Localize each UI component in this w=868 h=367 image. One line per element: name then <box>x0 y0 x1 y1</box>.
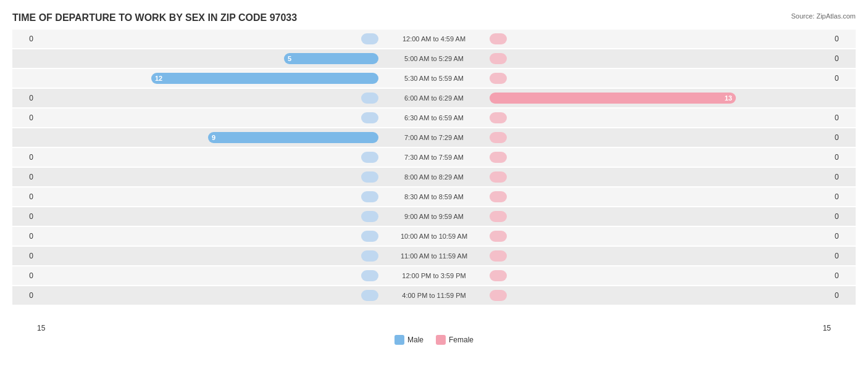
chart-area: 012:00 AM to 4:59 AM055:00 AM to 5:29 AM… <box>12 30 856 323</box>
chart-row: 07:30 AM to 7:59 AM0 <box>12 148 856 167</box>
male-value: 0 <box>12 252 37 260</box>
male-bar-container: 5 <box>37 49 378 68</box>
male-zero-bar <box>361 270 378 281</box>
female-zero-bar <box>490 112 507 123</box>
male-bar-container <box>37 148 378 167</box>
female-zero-bar <box>490 250 507 262</box>
male-value: 0 <box>12 232 37 241</box>
male-zero-bar <box>361 171 378 183</box>
female-value: 0 <box>831 54 856 63</box>
bottom-right-value: 15 <box>823 324 831 332</box>
time-label: 11:00 AM to 11:59 AM <box>378 252 490 260</box>
female-value: 0 <box>831 252 856 260</box>
female-label: Female <box>449 336 474 344</box>
source-label: Source: ZipAtlas.com <box>791 12 856 20</box>
female-zero-bar <box>490 191 507 202</box>
female-value: 0 <box>831 153 856 162</box>
chart-row: 09:00 AM to 9:59 AM0 <box>12 207 856 226</box>
female-value: 0 <box>831 133 856 142</box>
female-zero-bar <box>490 231 507 242</box>
chart-row: 011:00 AM to 11:59 AM0 <box>12 247 856 265</box>
male-bar: 5 <box>284 53 378 64</box>
male-label: Male <box>407 336 424 344</box>
male-zero-bar <box>361 191 378 202</box>
female-bar-container <box>490 266 831 285</box>
male-bar-container <box>37 109 378 127</box>
female-value: 0 <box>831 113 856 122</box>
female-bar-container <box>490 188 831 206</box>
female-bar-container <box>490 148 831 167</box>
male-bar-container <box>37 89 378 107</box>
chart-title: TIME OF DEPARTURE TO WORK BY SEX IN ZIP … <box>12 12 856 23</box>
male-bar-container <box>37 286 378 305</box>
male-bar: 12 <box>151 73 378 84</box>
time-label: 5:30 AM to 5:59 AM <box>378 75 490 82</box>
female-bar-container <box>490 207 831 226</box>
male-value: 0 <box>12 291 37 300</box>
chart-container: TIME OF DEPARTURE TO WORK BY SEX IN ZIP … <box>0 0 868 367</box>
legend-male: Male <box>394 335 424 345</box>
chart-row: 55:00 AM to 5:29 AM0 <box>12 49 856 68</box>
female-bar-container <box>490 109 831 127</box>
male-value: 0 <box>12 153 37 162</box>
time-label: 7:30 AM to 7:59 AM <box>378 154 490 161</box>
male-value: 0 <box>12 94 37 102</box>
female-swatch <box>436 335 446 345</box>
male-value: 0 <box>12 271 37 280</box>
female-bar-container <box>490 49 831 68</box>
male-zero-bar <box>361 250 378 262</box>
male-bar-container: 12 <box>37 69 378 88</box>
female-zero-bar <box>490 33 507 44</box>
chart-row: 04:00 PM to 11:59 PM0 <box>12 286 856 305</box>
time-label: 8:00 AM to 8:29 AM <box>378 173 490 181</box>
female-zero-bar <box>490 171 507 183</box>
chart-row: 012:00 AM to 4:59 AM0 <box>12 30 856 48</box>
chart-row: 06:00 AM to 6:29 AM13 <box>12 89 856 107</box>
male-bar-container <box>37 266 378 285</box>
bottom-labels: 15 15 <box>12 324 856 332</box>
time-label: 6:30 AM to 6:59 AM <box>378 114 490 122</box>
female-zero-bar <box>490 73 507 84</box>
time-label: 12:00 AM to 4:59 AM <box>378 35 490 43</box>
male-zero-bar <box>361 290 378 301</box>
chart-row: 08:00 AM to 8:29 AM0 <box>12 168 856 186</box>
female-zero-bar <box>490 290 507 301</box>
female-value: 0 <box>831 35 856 43</box>
female-bar-container <box>490 69 831 88</box>
female-zero-bar <box>490 270 507 281</box>
male-zero-bar <box>361 93 378 104</box>
female-zero-bar <box>490 53 507 64</box>
chart-row: 012:00 PM to 3:59 PM0 <box>12 266 856 285</box>
male-zero-bar <box>361 112 378 123</box>
female-zero-bar <box>490 152 507 163</box>
time-label: 6:00 AM to 6:29 AM <box>378 94 490 102</box>
time-label: 5:00 AM to 5:29 AM <box>378 55 490 62</box>
time-label: 9:00 AM to 9:59 AM <box>378 213 490 220</box>
female-value: 0 <box>831 291 856 300</box>
time-label: 12:00 PM to 3:59 PM <box>378 272 490 279</box>
time-label: 4:00 PM to 11:59 PM <box>378 292 490 299</box>
female-bar-container <box>490 30 831 48</box>
male-zero-bar <box>361 231 378 242</box>
male-bar-container <box>37 168 378 186</box>
male-value: 0 <box>12 35 37 43</box>
chart-row: 010:00 AM to 10:59 AM0 <box>12 227 856 245</box>
male-value: 0 <box>12 113 37 122</box>
chart-row: 97:00 AM to 7:29 AM0 <box>12 128 856 147</box>
female-bar-container <box>490 168 831 186</box>
male-bar-container <box>37 207 378 226</box>
female-value: 0 <box>831 192 856 201</box>
bottom-left-value: 15 <box>37 324 45 332</box>
female-bar-container <box>490 128 831 147</box>
male-bar-container: 9 <box>37 128 378 147</box>
male-zero-bar <box>361 152 378 163</box>
male-bar-container <box>37 188 378 206</box>
female-value: 0 <box>831 74 856 83</box>
male-bar-container <box>37 30 378 48</box>
chart-row: 06:30 AM to 6:59 AM0 <box>12 109 856 127</box>
male-value: 0 <box>12 192 37 201</box>
female-value: 0 <box>831 271 856 280</box>
time-label: 10:00 AM to 10:59 AM <box>378 233 490 240</box>
male-value: 0 <box>12 212 37 221</box>
male-bar-container <box>37 227 378 245</box>
